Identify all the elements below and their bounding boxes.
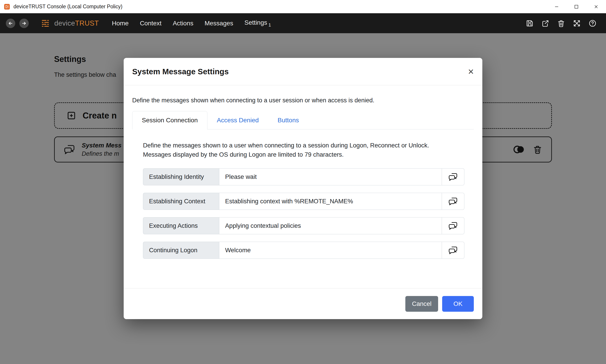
chat-bubbles-icon bbox=[448, 172, 458, 181]
help-icon bbox=[589, 19, 597, 27]
delete-button[interactable] bbox=[557, 19, 566, 28]
chat-bubbles-icon bbox=[448, 197, 458, 206]
executing-actions-input[interactable] bbox=[219, 217, 442, 234]
dialog-title: System Message Settings bbox=[132, 67, 229, 76]
back-arrow-icon bbox=[8, 20, 13, 26]
cancel-button[interactable]: Cancel bbox=[405, 296, 438, 312]
field-label: Executing Actions bbox=[143, 217, 219, 234]
message-row-continuing-logon: Continuing Logon bbox=[143, 242, 464, 259]
message-preview-button[interactable] bbox=[442, 217, 464, 234]
message-preview-button[interactable] bbox=[442, 193, 464, 210]
save-button[interactable] bbox=[525, 19, 534, 28]
dialog-close-button[interactable]: × bbox=[468, 67, 474, 77]
settings-count-badge: 1 bbox=[269, 22, 271, 27]
export-button[interactable] bbox=[541, 19, 550, 28]
establishing-identity-input[interactable] bbox=[219, 168, 442, 185]
close-icon bbox=[593, 4, 599, 9]
message-preview-button[interactable] bbox=[442, 168, 464, 185]
tab-access-denied[interactable]: Access Denied bbox=[207, 111, 268, 129]
brand-text: deviceTRUST bbox=[54, 19, 99, 27]
nav-item-label: Home bbox=[112, 20, 129, 27]
maximize-button[interactable] bbox=[567, 0, 586, 13]
establishing-context-input[interactable] bbox=[219, 193, 442, 210]
nav-item-messages[interactable]: Messages bbox=[205, 20, 233, 27]
export-icon bbox=[541, 19, 549, 27]
fullscreen-icon bbox=[573, 19, 581, 27]
chat-bubbles-icon bbox=[448, 246, 458, 255]
tab-buttons[interactable]: Buttons bbox=[268, 111, 308, 129]
nav-item-home[interactable]: Home bbox=[112, 20, 129, 27]
window-controls bbox=[547, 0, 606, 13]
dialog-footer: Cancel OK bbox=[124, 288, 482, 319]
nav-item-settings[interactable]: Settings1 bbox=[245, 19, 271, 28]
brand: deviceTRUST bbox=[39, 17, 99, 29]
brand-device: device bbox=[54, 19, 75, 27]
nav-item-actions[interactable]: Actions bbox=[173, 20, 193, 27]
field-label: Continuing Logon bbox=[143, 242, 219, 259]
nav-item-label: Settings bbox=[245, 19, 267, 26]
field-label: Establishing Context bbox=[143, 193, 219, 210]
system-message-settings-dialog: System Message Settings × Define the mes… bbox=[124, 58, 482, 319]
brand-trust: TRUST bbox=[75, 19, 99, 27]
minimize-icon bbox=[554, 4, 559, 9]
help-button[interactable] bbox=[588, 19, 597, 28]
main-navbar: deviceTRUST Home Context Actions Message… bbox=[0, 13, 606, 33]
save-icon bbox=[526, 19, 534, 27]
maximize-icon bbox=[574, 4, 579, 9]
app-icon bbox=[4, 3, 10, 10]
message-preview-button[interactable] bbox=[442, 242, 464, 259]
dialog-tabs: Session Connection Access Denied Buttons bbox=[132, 111, 474, 130]
fullscreen-button[interactable] bbox=[572, 19, 581, 28]
navbar-action-icons bbox=[525, 19, 600, 28]
forward-arrow-icon bbox=[21, 20, 27, 26]
forward-button[interactable] bbox=[19, 19, 29, 28]
dialog-description: Define the messages shown when connectin… bbox=[132, 97, 474, 104]
devicetrust-logo-icon bbox=[39, 17, 51, 29]
field-label: Establishing Identity bbox=[143, 168, 219, 185]
window-title: deviceTRUST Console (Local Computer Poli… bbox=[13, 4, 547, 10]
nav-item-label: Messages bbox=[205, 20, 233, 27]
ok-button[interactable]: OK bbox=[442, 296, 474, 312]
window-titlebar: deviceTRUST Console (Local Computer Poli… bbox=[0, 0, 606, 13]
panel-description: Define the messages shown to a user when… bbox=[143, 141, 455, 159]
nav-item-label: Context bbox=[140, 20, 162, 27]
continuing-logon-input[interactable] bbox=[219, 242, 442, 259]
message-row-executing-actions: Executing Actions bbox=[143, 217, 464, 234]
back-button[interactable] bbox=[6, 19, 15, 28]
dialog-header: System Message Settings × bbox=[124, 58, 482, 85]
chat-bubbles-icon bbox=[448, 221, 458, 230]
message-row-establishing-identity: Establishing Identity bbox=[143, 168, 464, 185]
nav-items: Home Context Actions Messages Settings1 bbox=[112, 19, 271, 28]
minimize-button[interactable] bbox=[547, 0, 567, 13]
close-button[interactable] bbox=[586, 0, 606, 13]
tab-session-connection[interactable]: Session Connection bbox=[132, 111, 207, 130]
nav-item-context[interactable]: Context bbox=[140, 20, 162, 27]
nav-item-label: Actions bbox=[173, 20, 193, 27]
trash-icon bbox=[557, 19, 565, 27]
message-row-establishing-context: Establishing Context bbox=[143, 193, 464, 210]
session-connection-panel: Define the messages shown to a user when… bbox=[143, 141, 474, 259]
